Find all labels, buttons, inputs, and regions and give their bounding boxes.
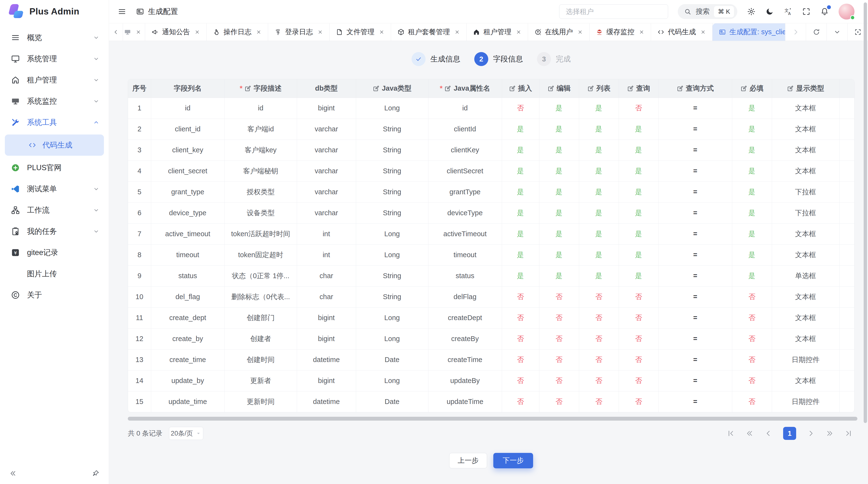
- table-horizontal-scrollbar[interactable]: [128, 417, 858, 421]
- close-icon[interactable]: [256, 29, 261, 35]
- sidebar-item-about[interactable]: 关于: [0, 284, 109, 305]
- cell-java-type[interactable]: String: [356, 202, 428, 223]
- cell-java-type[interactable]: String: [356, 119, 428, 139]
- cell-display-type[interactable]: 日期控件: [772, 391, 839, 412]
- cell-insert[interactable]: 是: [502, 119, 539, 139]
- sidebar-item-test-menu[interactable]: 测试菜单: [0, 179, 109, 200]
- cell-display-type[interactable]: 日期控件: [772, 349, 839, 370]
- fullscreen-icon[interactable]: [802, 7, 811, 16]
- cell-query[interactable]: 否: [619, 349, 658, 370]
- cell-display-type[interactable]: 单选框: [772, 265, 839, 286]
- sidebar-item-my-tasks[interactable]: 我的任务: [0, 221, 109, 242]
- cell-query[interactable]: 是: [619, 182, 658, 202]
- page-size-select[interactable]: 20条/页: [169, 427, 203, 440]
- cell-display-type[interactable]: 文本框: [772, 139, 839, 161]
- cell-list[interactable]: 否: [579, 370, 619, 391]
- cell-edit[interactable]: 是: [539, 161, 579, 182]
- column-header-display-type[interactable]: 显示类型: [772, 79, 839, 98]
- cell-query-method[interactable]: =: [658, 286, 732, 307]
- column-header-insert[interactable]: 插入: [502, 79, 539, 98]
- cell-query[interactable]: 否: [619, 98, 658, 119]
- language-translate-icon[interactable]: 文A: [784, 7, 792, 16]
- notification-bell-icon[interactable]: [820, 7, 829, 16]
- column-header-query[interactable]: 查询: [619, 79, 658, 98]
- cell-java-type[interactable]: Date: [356, 349, 428, 370]
- next-page-button[interactable]: [807, 429, 815, 438]
- cell-column-desc[interactable]: token活跃超时时间: [224, 223, 297, 245]
- cell-required[interactable]: 是: [732, 161, 772, 182]
- cell-query-method[interactable]: =: [658, 370, 732, 391]
- cell-list[interactable]: 是: [579, 223, 619, 245]
- cell-edit[interactable]: 否: [539, 328, 579, 349]
- prev-chunk-button[interactable]: [745, 429, 754, 438]
- cell-column-desc[interactable]: 创建时间: [224, 349, 297, 370]
- sidebar-item-system-monitor[interactable]: 系统监控: [0, 91, 109, 112]
- cell-query-method[interactable]: =: [658, 307, 732, 328]
- tab-clipped[interactable]: [123, 23, 145, 41]
- cell-java-type[interactable]: Long: [356, 98, 428, 119]
- cell-java-type[interactable]: String: [356, 265, 428, 286]
- cell-required[interactable]: 否: [732, 307, 772, 328]
- logo[interactable]: Plus Admin: [0, 0, 109, 23]
- sidebar-item-image-upload[interactable]: 图片上传: [0, 263, 109, 284]
- cell-insert[interactable]: 是: [502, 161, 539, 182]
- close-icon[interactable]: [516, 29, 522, 35]
- cell-java-type[interactable]: String: [356, 182, 428, 202]
- cell-java-attr[interactable]: updateTime: [428, 391, 502, 412]
- cell-java-type[interactable]: Date: [356, 391, 428, 412]
- cell-java-type[interactable]: String: [356, 286, 428, 307]
- cell-column-desc[interactable]: token固定超时: [224, 245, 297, 265]
- tab-scroll-right-icon[interactable]: [785, 23, 806, 41]
- cell-required[interactable]: 否: [732, 328, 772, 349]
- cell-required[interactable]: 否: [732, 391, 772, 412]
- tenant-select-input[interactable]: [559, 4, 668, 19]
- sidebar-item-system-tools[interactable]: 系统工具: [0, 112, 109, 133]
- cell-query[interactable]: 否: [619, 307, 658, 328]
- cell-display-type[interactable]: 文本框: [772, 223, 839, 245]
- next-chunk-button[interactable]: [826, 429, 834, 438]
- sidebar-item-system-manage[interactable]: 系统管理: [0, 48, 109, 69]
- cell-java-attr[interactable]: updateBy: [428, 370, 502, 391]
- column-header-column-desc[interactable]: *字段描述: [224, 79, 297, 98]
- cell-column-desc[interactable]: 创建者: [224, 328, 297, 349]
- close-icon[interactable]: [317, 29, 323, 35]
- cell-required[interactable]: 是: [732, 202, 772, 223]
- cell-java-type[interactable]: Long: [356, 307, 428, 328]
- cell-java-attr[interactable]: createBy: [428, 328, 502, 349]
- cell-list[interactable]: 是: [579, 182, 619, 202]
- cell-column-desc[interactable]: 状态（0正常 1停...: [224, 265, 297, 286]
- column-header-query-method[interactable]: 查询方式: [658, 79, 732, 98]
- close-icon[interactable]: [639, 29, 645, 35]
- tab-login-log[interactable]: 登录日志: [268, 23, 330, 41]
- tab-code-gen[interactable]: 代码生成: [651, 23, 712, 41]
- cell-insert[interactable]: 是: [502, 202, 539, 223]
- cell-java-type[interactable]: String: [356, 139, 428, 161]
- cell-required[interactable]: 是: [732, 139, 772, 161]
- cell-list[interactable]: 是: [579, 98, 619, 119]
- cell-edit[interactable]: 否: [539, 370, 579, 391]
- tab-scroll-left-icon[interactable]: [109, 23, 123, 41]
- cell-column-desc[interactable]: 客户端秘钥: [224, 161, 297, 182]
- cell-display-type[interactable]: 文本框: [772, 307, 839, 328]
- tab-operation-log[interactable]: 操作日志: [207, 23, 268, 41]
- cell-required[interactable]: 是: [732, 182, 772, 202]
- current-page-button[interactable]: 1: [783, 427, 796, 440]
- cell-column-desc[interactable]: 更新时间: [224, 391, 297, 412]
- cell-display-type[interactable]: 文本框: [772, 328, 839, 349]
- cell-list[interactable]: 是: [579, 161, 619, 182]
- cell-display-type[interactable]: 文本框: [772, 286, 839, 307]
- cell-java-attr[interactable]: id: [428, 98, 502, 119]
- column-header-required[interactable]: 必填: [732, 79, 772, 98]
- pin-icon[interactable]: [92, 470, 100, 477]
- cell-insert[interactable]: 是: [502, 245, 539, 265]
- cell-query-method[interactable]: =: [658, 245, 732, 265]
- cell-edit[interactable]: 是: [539, 182, 579, 202]
- sidebar-item-code-gen[interactable]: 代码生成: [5, 134, 104, 156]
- cell-insert[interactable]: 是: [502, 182, 539, 202]
- cell-query-method[interactable]: =: [658, 223, 732, 245]
- cell-query[interactable]: 否: [619, 328, 658, 349]
- dark-mode-moon-icon[interactable]: [765, 7, 774, 16]
- cell-required[interactable]: 否: [732, 349, 772, 370]
- refresh-icon[interactable]: [806, 23, 827, 41]
- cell-edit[interactable]: 是: [539, 245, 579, 265]
